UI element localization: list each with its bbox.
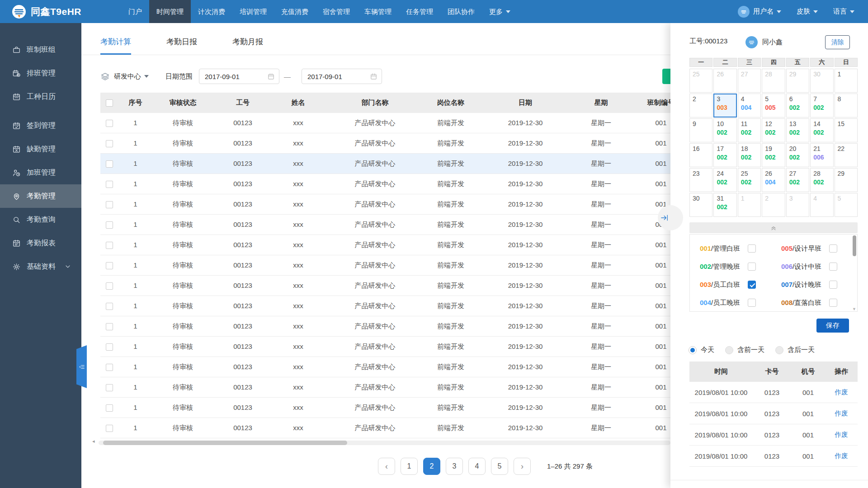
shift-checkbox[interactable] — [748, 299, 756, 307]
row-checkbox[interactable] — [106, 181, 113, 188]
tab-1[interactable]: 考勤计算 — [100, 37, 131, 55]
sidebar-item-1[interactable]: 班制班组 — [0, 38, 81, 61]
nav-item-1[interactable]: 门户 — [121, 0, 149, 23]
brand[interactable]: 同鑫T9eHR — [12, 5, 81, 19]
table-row[interactable]: 1待审核00123xxx产品研发中心前端开发2019-12-30星期一001 — [100, 418, 695, 438]
nav-item-10[interactable]: 更多 — [482, 0, 518, 23]
date-to-field[interactable] — [302, 69, 382, 84]
calendar-day-cell[interactable]: 6002 — [786, 94, 809, 117]
row-checkbox[interactable] — [106, 160, 113, 168]
row-checkbox[interactable] — [106, 404, 113, 412]
shift-checkbox[interactable] — [829, 263, 837, 271]
row-checkbox[interactable] — [106, 425, 113, 432]
calendar-day-cell[interactable]: 22 — [835, 143, 858, 167]
calendar-day-cell[interactable]: 29 — [786, 69, 809, 93]
calendar-day-cell[interactable]: 14002 — [810, 118, 833, 142]
calendar-day-cell[interactable]: 19002 — [762, 143, 785, 167]
scroll-down-icon[interactable]: ▼ — [852, 307, 856, 311]
radio-circle[interactable] — [725, 346, 733, 354]
row-checkbox[interactable] — [106, 120, 113, 127]
calendar-day-cell[interactable]: 25002 — [738, 168, 761, 192]
table-row[interactable]: 1待审核00123xxx产品研发中心前端开发2019-12-30星期一001 — [100, 276, 695, 296]
calendar-day-cell[interactable]: 7002 — [810, 94, 833, 117]
page-button-3[interactable]: 3 — [446, 458, 463, 475]
sidebar-item-9[interactable]: 考勤报表 — [0, 231, 81, 255]
select-all-checkbox[interactable] — [106, 99, 113, 107]
calendar-day-cell[interactable]: 16 — [689, 143, 712, 167]
calendar-day-cell[interactable]: 26 — [713, 69, 736, 93]
nav-item-8[interactable]: 任务管理 — [399, 0, 440, 23]
calendar-day-cell[interactable]: 5 — [835, 193, 858, 217]
calendar-day-cell[interactable]: 4004 — [738, 94, 761, 117]
sidebar-item-4[interactable]: 签到管理 — [0, 114, 81, 137]
calendar-day-cell[interactable]: 5005 — [762, 94, 785, 117]
calendar-day-cell[interactable]: 27002 — [786, 168, 809, 192]
table-row[interactable]: 1待审核00123xxx产品研发中心前端开发2019-12-30星期一001 — [100, 174, 695, 194]
row-checkbox[interactable] — [106, 323, 113, 330]
row-checkbox[interactable] — [106, 221, 113, 229]
calendar-day-cell[interactable]: 12002 — [762, 118, 785, 142]
calendar-day-cell[interactable]: 2 — [762, 193, 785, 217]
table-row[interactable]: 1待审核00123xxx产品研发中心前端开发2019-12-30星期一001 — [100, 235, 695, 255]
calendar-day-cell[interactable]: 25 — [689, 69, 712, 93]
calendar-day-cell[interactable]: 30 — [810, 69, 833, 93]
calendar-day-cell[interactable]: 28 — [762, 69, 785, 93]
sidebar-item-3[interactable]: 工种日历 — [0, 85, 81, 108]
calendar-day-cell[interactable]: 15 — [835, 118, 858, 142]
nav-item-7[interactable]: 车辆管理 — [357, 0, 399, 23]
prev-page-button[interactable]: ‹ — [378, 458, 395, 475]
page-button-1[interactable]: 1 — [401, 458, 418, 475]
scrollbar-thumb[interactable] — [853, 235, 856, 256]
sidebar-item-10[interactable]: 基础资料 — [0, 255, 81, 278]
calendar-day-cell[interactable]: 24002 — [713, 168, 736, 192]
radio-3[interactable]: 含后一天 — [775, 346, 815, 354]
skin-menu[interactable]: 皮肤 — [797, 7, 818, 16]
radio-circle[interactable] — [689, 346, 697, 354]
calendar-day-cell[interactable]: 3 — [786, 193, 809, 217]
shift-checkbox[interactable] — [748, 281, 756, 289]
calendar-day-cell[interactable]: 13002 — [786, 118, 809, 142]
shift-checkbox[interactable] — [829, 299, 837, 307]
scroll-left-icon[interactable]: ◂ — [92, 438, 95, 444]
table-row[interactable]: 1待审核00123xxx产品研发中心前端开发2019-12-30星期一001 — [100, 357, 695, 377]
calendar-day-cell[interactable]: 29 — [835, 168, 858, 192]
calendar-day-cell[interactable]: 26004 — [762, 168, 785, 192]
row-checkbox[interactable] — [106, 364, 113, 371]
table-row[interactable]: 1待审核00123xxx产品研发中心前端开发2019-12-30星期一001 — [100, 133, 695, 154]
next-page-button[interactable]: › — [514, 458, 531, 475]
nav-item-6[interactable]: 宿舍管理 — [316, 0, 357, 23]
row-checkbox[interactable] — [106, 343, 113, 351]
page-button-5[interactable]: 5 — [491, 458, 508, 475]
calendar-day-cell[interactable]: 30 — [689, 193, 712, 217]
calendar-day-cell[interactable]: 1 — [738, 193, 761, 217]
table-row[interactable]: 1待审核00123xxx产品研发中心前端开发2019-12-30星期一001 — [100, 316, 695, 337]
sidebar-item-2[interactable]: 排班管理 — [0, 61, 81, 85]
table-row[interactable]: 1待审核00123xxx产品研发中心前端开发2019-12-30星期一001 — [100, 398, 695, 418]
sidebar-item-5[interactable]: 缺勤管理 — [0, 137, 81, 161]
table-row[interactable]: 1待审核00123xxx产品研发中心前端开发2019-12-30星期一001 — [100, 337, 695, 357]
void-link[interactable]: 作废 — [825, 409, 858, 418]
row-checkbox[interactable] — [106, 282, 113, 290]
nav-item-4[interactable]: 培训管理 — [232, 0, 274, 23]
calendar-day-cell[interactable]: 31002 — [713, 193, 736, 217]
table-row[interactable]: 1待审核00123xxx产品研发中心前端开发2019-12-30星期一001 — [100, 194, 695, 215]
table-row[interactable]: 1待审核00123xxx产品研发中心前端开发2019-12-30星期一001 — [100, 113, 695, 133]
row-checkbox[interactable] — [106, 303, 113, 310]
shift-checkbox[interactable] — [748, 244, 756, 253]
calendar-day-cell[interactable]: 23 — [689, 168, 712, 192]
date-from-field[interactable] — [199, 69, 279, 84]
nav-item-2[interactable]: 时间管理 — [149, 0, 191, 23]
row-checkbox[interactable] — [106, 201, 113, 208]
void-link[interactable]: 作废 — [825, 452, 858, 460]
calendar-day-cell[interactable]: 21006 — [810, 143, 833, 167]
calendar-day-cell[interactable]: 2 — [689, 94, 712, 117]
table-row[interactable]: 1待审核00123xxx产品研发中心前端开发2019-12-30星期一001 — [100, 377, 695, 398]
void-link[interactable]: 作废 — [825, 388, 858, 397]
calendar-day-cell[interactable]: 17002 — [713, 143, 736, 167]
tab-3[interactable]: 考勤月报 — [232, 37, 263, 55]
table-row[interactable]: 1待审核00123xxx产品研发中心前端开发2019-12-30星期一001 — [100, 215, 695, 235]
shift-checkbox[interactable] — [829, 244, 837, 253]
calendar-day-cell[interactable]: 10002 — [713, 118, 736, 142]
shift-checkbox[interactable] — [748, 263, 756, 271]
row-checkbox[interactable] — [106, 262, 113, 269]
